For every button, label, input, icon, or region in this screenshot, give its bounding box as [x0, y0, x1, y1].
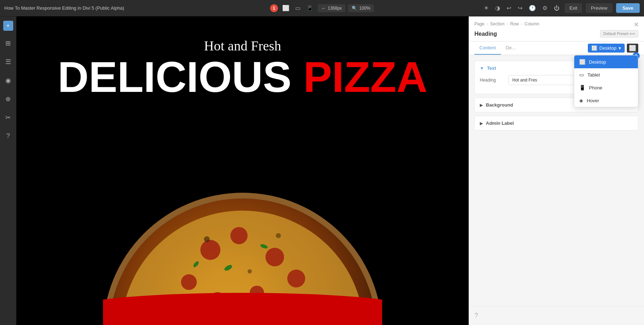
- phone-option-icon: 📱: [579, 85, 585, 90]
- pizza-image: [103, 146, 382, 325]
- heading-field-label: Heading: [480, 78, 505, 83]
- canvas-area: Hot and Fresh DELICIOUS PIZZA: [16, 16, 469, 325]
- hero-title-red: PIZZA: [303, 53, 428, 101]
- desktop-view-icon[interactable]: ⬜: [281, 3, 291, 13]
- tab-design[interactable]: De...: [501, 41, 521, 55]
- desktop-icon: ⬜: [591, 45, 597, 51]
- hero-title-white: DELICIOUS: [58, 53, 303, 101]
- tablet-view-icon[interactable]: ▭: [294, 3, 302, 13]
- svg-point-5: [265, 248, 284, 266]
- svg-point-15: [204, 236, 210, 242]
- dropdown-item-desktop[interactable]: ⬜ Desktop: [574, 55, 638, 68]
- breadcrumb-page[interactable]: Page: [474, 21, 484, 26]
- background-section-label: Background: [486, 102, 513, 108]
- hero-section: Hot and Fresh DELICIOUS PIZZA: [16, 16, 469, 325]
- badge-1[interactable]: 1: [270, 4, 278, 12]
- svg-point-7: [181, 274, 197, 290]
- zoom-value: 100%: [359, 6, 370, 11]
- hero-title: DELICIOUS PIZZA: [58, 55, 427, 98]
- tools-icon[interactable]: ✂: [3, 112, 13, 124]
- dropdown-item-hover[interactable]: ◈ Hover: [574, 94, 638, 107]
- breadcrumb: Page › Section › Row › Column: [474, 21, 638, 26]
- add-element-button[interactable]: +: [3, 21, 13, 31]
- responsive-square-icon[interactable]: ⬜: [627, 44, 638, 53]
- svg-point-6: [230, 227, 248, 244]
- dropdown-item-tablet[interactable]: ▭ Tablet: [574, 68, 638, 81]
- admin-label-section: ▶ Admin Label: [474, 116, 638, 131]
- svg-point-8: [287, 270, 305, 287]
- panel-header: Page › Section › Row › Column Heading De…: [469, 16, 644, 41]
- topbar-title: How To Master Responsive Editing in Divi…: [4, 5, 478, 11]
- admin-label-section-header[interactable]: ▶ Admin Label: [475, 116, 638, 130]
- resize-icon: ↔: [321, 6, 326, 11]
- px-display[interactable]: ↔ 1368px: [318, 4, 345, 12]
- admin-chevron-icon: ▶: [480, 121, 483, 126]
- history-icon[interactable]: 🕐: [527, 3, 537, 13]
- panel-tabs: Content De... ⬜ Desktop ▾ ⬜: [469, 41, 644, 55]
- sun-icon[interactable]: ☀: [482, 3, 490, 13]
- zoom-display[interactable]: 🔍 100%: [348, 4, 374, 12]
- desktop-option-icon: ⬜: [579, 59, 585, 65]
- responsive-dropdown-button[interactable]: ⬜ Desktop ▾: [588, 44, 625, 53]
- tab-content[interactable]: Content: [474, 41, 501, 55]
- tablet-option-icon: ▭: [579, 72, 584, 78]
- redo-icon[interactable]: ↪: [516, 3, 524, 13]
- pizza-svg: [103, 146, 382, 325]
- left-sidebar: + ⊞ ☰ ◉ ⊕ ✂ ?: [0, 16, 16, 325]
- breadcrumb-section[interactable]: Section: [490, 21, 504, 26]
- panel-title: Heading: [474, 31, 497, 37]
- help-sidebar-icon[interactable]: ?: [4, 130, 12, 142]
- px-value: 1368px: [328, 6, 342, 11]
- exit-button[interactable]: Exit: [565, 3, 582, 13]
- layout-icon[interactable]: ⊞: [3, 37, 13, 49]
- responsive-controls: ⬜ Desktop ▾ ⬜: [588, 44, 638, 53]
- chevron-down-icon: ▾: [619, 45, 621, 51]
- phone-view-icon[interactable]: 📱: [305, 3, 315, 13]
- svg-point-4: [200, 240, 220, 260]
- background-chevron-icon: ▶: [480, 103, 483, 108]
- topbar-center-controls: 1 ⬜ ▭ 📱 ↔ 1368px 🔍 100%: [270, 3, 374, 13]
- svg-point-16: [276, 233, 281, 238]
- breadcrumb-column[interactable]: Column: [525, 21, 539, 26]
- close-panel-button[interactable]: ✕: [634, 21, 639, 29]
- text-chevron-icon: ▼: [480, 66, 484, 71]
- main-layout: + ⊞ ☰ ◉ ⊕ ✂ ? Hot and Fresh DELICIOUS PI…: [0, 16, 644, 325]
- text-section-label: Text: [487, 65, 496, 71]
- search-sidebar-icon[interactable]: ⊕: [3, 93, 13, 105]
- settings-icon[interactable]: ⚙: [541, 3, 549, 13]
- history-sidebar-icon[interactable]: ◉: [3, 74, 13, 87]
- navigator-icon[interactable]: ☰: [3, 56, 13, 68]
- panel-title-row: Heading Default Preset ⟺: [474, 30, 638, 38]
- moon-icon[interactable]: ◑: [494, 3, 502, 13]
- power-icon[interactable]: ⏻: [552, 4, 561, 13]
- topbar: How To Master Responsive Editing in Divi…: [0, 0, 644, 16]
- preset-badge[interactable]: Default Preset ⟺: [600, 30, 638, 38]
- right-panel: Page › Section › Row › Column Heading De…: [469, 16, 644, 325]
- topbar-right: ☀ ◑ ↩ ↪ 🕐 ⚙ ⏻ Exit Preview Save: [482, 3, 640, 13]
- responsive-dropdown-menu: ⬜ Desktop ▭ Tablet 📱 Phone ◈ Hover: [574, 55, 638, 107]
- dropdown-item-phone[interactable]: 📱 Phone: [574, 81, 638, 94]
- save-button[interactable]: Save: [616, 3, 640, 13]
- hero-subtitle: Hot and Fresh: [204, 38, 281, 54]
- svg-point-17: [248, 269, 252, 274]
- preview-button[interactable]: Preview: [586, 3, 612, 13]
- zoom-icon: 🔍: [352, 6, 357, 11]
- hover-option-icon: ◈: [579, 98, 583, 103]
- undo-icon[interactable]: ↩: [505, 3, 513, 13]
- help-icon[interactable]: ?: [469, 306, 644, 325]
- admin-label-section-label: Admin Label: [486, 120, 514, 126]
- breadcrumb-row[interactable]: Row: [510, 21, 519, 26]
- svg-point-19: [103, 293, 382, 325]
